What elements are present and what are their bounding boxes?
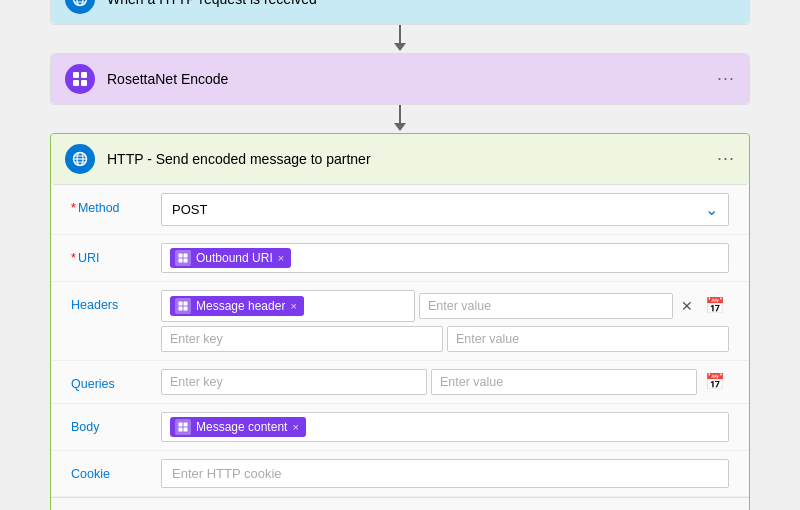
method-chevron: ⌄	[705, 200, 718, 219]
flow-container: When a HTTP request is received ··· Rose…	[20, 0, 780, 510]
message-content-pill-icon	[175, 419, 191, 435]
header-actions-1: ✕ 📅	[677, 294, 729, 317]
outbound-uri-label: Outbound URI	[196, 251, 273, 265]
body-label: Body	[71, 412, 161, 434]
svg-rect-8	[81, 80, 87, 86]
method-select[interactable]: POST ⌄	[161, 193, 729, 226]
queries-row: Queries Enter key Enter value 📅	[51, 361, 749, 404]
svg-rect-7	[73, 80, 79, 86]
queries-label: Queries	[71, 369, 161, 391]
svg-rect-14	[179, 253, 183, 257]
rosettanet-icon	[65, 64, 95, 94]
method-label: *Method	[71, 193, 161, 215]
step-http-request-header[interactable]: When a HTTP request is received ···	[51, 0, 749, 24]
queries-wrap: Enter key Enter value 📅	[161, 369, 729, 395]
svg-rect-18	[179, 301, 183, 305]
svg-rect-6	[81, 72, 87, 78]
step-rosettanet-header[interactable]: RosettaNet Encode ···	[51, 54, 749, 104]
header-row-2: Enter key Enter value	[161, 326, 729, 352]
outbound-uri-tag: Outbound URI ×	[170, 248, 291, 268]
http-send-icon	[65, 144, 95, 174]
step-http-send-menu[interactable]: ···	[717, 148, 735, 169]
step-rosettanet-title: RosettaNet Encode	[107, 71, 717, 87]
message-header-label: Message header	[196, 299, 285, 313]
header-delete-icon[interactable]: ✕	[677, 296, 697, 316]
step-http-request-menu[interactable]: ···	[717, 0, 735, 9]
svg-rect-22	[179, 422, 183, 426]
method-row: *Method POST ⌄	[51, 185, 749, 235]
step-http-request: When a HTTP request is received ···	[50, 0, 750, 25]
message-content-remove[interactable]: ×	[292, 421, 298, 433]
method-value: POST	[172, 202, 207, 217]
header-key-1[interactable]: Message header ×	[161, 290, 415, 322]
step-http-send-title: HTTP - Send encoded message to partner	[107, 151, 717, 167]
svg-rect-23	[184, 422, 188, 426]
svg-rect-25	[184, 427, 188, 431]
message-content-tag: Message content ×	[170, 417, 306, 437]
svg-rect-15	[184, 253, 188, 257]
svg-rect-24	[179, 427, 183, 431]
uri-input[interactable]: Outbound URI ×	[161, 243, 729, 273]
message-header-pill-icon	[175, 298, 191, 314]
header-value-1[interactable]: Enter value	[419, 293, 673, 319]
svg-rect-20	[179, 306, 183, 310]
step-http-send-header[interactable]: HTTP - Send encoded message to partner ·…	[51, 134, 749, 185]
step-rosettanet: RosettaNet Encode ···	[50, 53, 750, 105]
body-row: Body	[51, 404, 749, 451]
queries-key[interactable]: Enter key	[161, 369, 427, 395]
svg-rect-17	[184, 258, 188, 262]
step-http-send-body: *Method POST ⌄ *URI	[51, 185, 749, 511]
message-content-label: Message content	[196, 420, 287, 434]
add-param-row[interactable]: Add new parameter ⌄	[51, 497, 749, 511]
http-request-icon	[65, 0, 95, 14]
message-header-remove[interactable]: ×	[290, 300, 296, 312]
body-input[interactable]: Message content ×	[161, 412, 729, 442]
cookie-input[interactable]: Enter HTTP cookie	[161, 459, 729, 488]
uri-label: *URI	[71, 243, 161, 265]
svg-rect-21	[184, 306, 188, 310]
queries-calendar-icon[interactable]: 📅	[701, 370, 729, 393]
header-key-2[interactable]: Enter key	[161, 326, 443, 352]
arrow-2	[394, 105, 406, 133]
svg-rect-16	[179, 258, 183, 262]
uri-row: *URI	[51, 235, 749, 282]
step-rosettanet-menu[interactable]: ···	[717, 68, 735, 89]
header-value-2[interactable]: Enter value	[447, 326, 729, 352]
cookie-row: Cookie Enter HTTP cookie	[51, 451, 749, 497]
svg-point-0	[74, 0, 87, 5]
queries-value[interactable]: Enter value	[431, 369, 697, 395]
outbound-uri-remove[interactable]: ×	[278, 252, 284, 264]
header-row-1: Message header × Enter value ✕ 📅	[161, 290, 729, 322]
svg-rect-19	[184, 301, 188, 305]
message-header-tag: Message header ×	[170, 296, 304, 316]
header-calendar-icon[interactable]: 📅	[701, 294, 729, 317]
headers-row: Headers	[51, 282, 749, 361]
cookie-label: Cookie	[71, 459, 161, 481]
step-http-request-title: When a HTTP request is received	[107, 0, 717, 7]
step-http-send: HTTP - Send encoded message to partner ·…	[50, 133, 750, 511]
arrow-1	[394, 25, 406, 53]
pill-icon	[175, 250, 191, 266]
svg-rect-5	[73, 72, 79, 78]
headers-label: Headers	[71, 290, 161, 312]
